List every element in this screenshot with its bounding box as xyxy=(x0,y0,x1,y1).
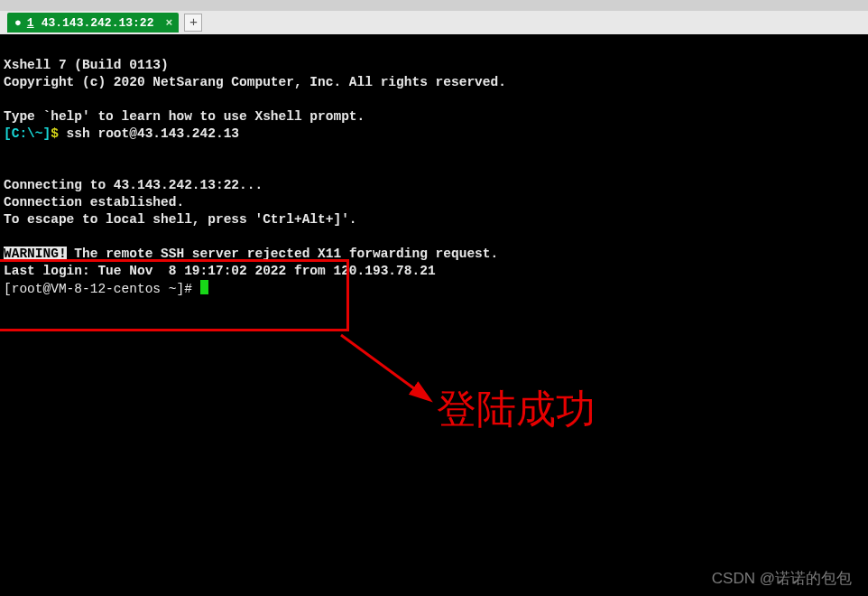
remote-prompt: [root@VM-8-12-centos ~]# xyxy=(4,282,200,296)
ssh-command: ssh root@43.143.242.13 xyxy=(59,126,239,141)
watermark: CSDN @诺诺的包包 xyxy=(712,568,852,589)
svg-line-0 xyxy=(341,335,429,399)
window-chrome-strip xyxy=(0,0,868,11)
copyright-line: Copyright (c) 2020 NetSarang Computer, I… xyxy=(4,75,506,89)
session-tab-title: 43.143.242.13:22 xyxy=(42,16,154,30)
close-tab-button[interactable]: × xyxy=(162,16,175,29)
session-tab-active[interactable]: ● 1 43.143.242.13:22 × xyxy=(7,13,179,33)
annotation-arrow xyxy=(334,331,460,431)
warning-tag: WARNING! xyxy=(4,247,67,261)
session-tab-index: 1 xyxy=(27,16,34,30)
warning-rest: The remote SSH server rejected X11 forwa… xyxy=(67,247,499,261)
connecting-line: Connecting to 43.143.242.13:22... xyxy=(4,178,263,192)
new-tab-button[interactable]: + xyxy=(184,14,202,32)
terminal-output[interactable]: Xshell 7 (Build 0113) Copyright (c) 2020… xyxy=(0,34,868,303)
last-login-line: Last login: Tue Nov 8 19:17:02 2022 from… xyxy=(4,264,436,278)
local-prompt-path: [C:\~] xyxy=(4,126,51,141)
help-line: Type `help' to learn how to use Xshell p… xyxy=(4,109,365,124)
annotation-text: 登陆成功 xyxy=(437,383,596,436)
local-prompt-symbol: $ xyxy=(51,126,59,141)
cursor-block xyxy=(200,280,208,294)
session-tab-bullet: ● xyxy=(14,16,22,30)
escape-line: To escape to local shell, press 'Ctrl+Al… xyxy=(4,212,357,227)
established-line: Connection established. xyxy=(4,195,184,210)
banner-line: Xshell 7 (Build 0113) xyxy=(4,58,169,72)
tab-bar: ● 1 43.143.242.13:22 × + xyxy=(0,11,868,34)
